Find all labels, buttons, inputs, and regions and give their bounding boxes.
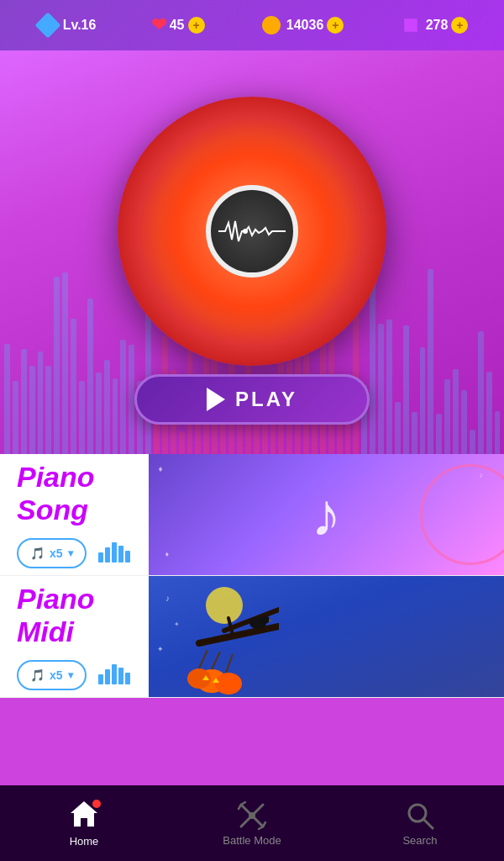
- svg-point-0: [243, 229, 248, 234]
- diamond-blue-icon: [36, 13, 60, 37]
- arc-decoration: [420, 464, 504, 565]
- piano-midi-chart-icon[interactable]: [98, 661, 132, 690]
- bottom-navigation: Home Battle Mode Search: [0, 785, 504, 861]
- svg-rect-8: [112, 664, 117, 684]
- svg-rect-5: [125, 551, 130, 563]
- nav-home-label: Home: [70, 835, 99, 848]
- note-dot-3: ♦: [165, 550, 170, 558]
- play-label: PLAY: [235, 388, 297, 411]
- piano-midi-image: ♪ ✦ ✦: [149, 576, 504, 697]
- main-area: PLAY: [0, 50, 504, 454]
- piano-song-controls: 🎵 x5 ▾: [17, 538, 132, 568]
- piano-song-title: Piano Song: [17, 461, 132, 526]
- play-triangle-icon: [207, 388, 225, 411]
- svg-line-36: [259, 827, 263, 829]
- svg-point-20: [215, 673, 242, 695]
- piano-midi-controls: 🎵 x5 ▾: [17, 660, 132, 690]
- gems-value: 278: [426, 18, 449, 33]
- coin-icon: [260, 13, 283, 37]
- svg-point-32: [249, 812, 255, 819]
- piano-midi-info: Piano Midi 🎵 x5 ▾: [0, 576, 149, 697]
- play-button[interactable]: PLAY: [134, 374, 370, 425]
- coins-stat: 14036 +: [260, 13, 344, 37]
- gems-stat: 278 +: [399, 13, 469, 37]
- svg-line-25: [226, 654, 233, 673]
- heart-icon: ❤: [151, 14, 166, 36]
- piano-song-ticket-button[interactable]: 🎵 x5 ▾: [17, 538, 87, 568]
- midi-chevron-down-icon: ▾: [68, 669, 73, 681]
- hearts-value: 45: [170, 18, 185, 33]
- piano-song-ticket-count: x5: [50, 547, 63, 560]
- svg-rect-1: [98, 552, 103, 563]
- midi-ticket-note-icon: 🎵: [30, 668, 45, 682]
- svg-text:♪: ♪: [165, 594, 170, 603]
- music-note-large-icon: ♪: [311, 480, 341, 549]
- piano-song-info: Piano Song 🎵 x5 ▾: [0, 454, 149, 575]
- top-bar: Lv.16 ❤ 45 + 14036 + 278 +: [0, 0, 504, 50]
- svg-text:✦: ✦: [157, 645, 164, 653]
- gems-plus-button[interactable]: +: [451, 17, 468, 34]
- svg-marker-17: [269, 619, 273, 622]
- battle-icon: [237, 800, 267, 831]
- chevron-down-icon: ▾: [68, 547, 73, 559]
- piano-midi-ticket-button[interactable]: 🎵 x5 ▾: [17, 660, 87, 690]
- note-dot-2: ♪: [480, 471, 484, 479]
- svg-line-24: [199, 650, 207, 668]
- home-icon-wrapper: [69, 800, 99, 832]
- halloween-scene-svg: ♪ ✦ ✦: [149, 576, 279, 697]
- coins-plus-button[interactable]: +: [327, 17, 344, 34]
- nav-search-label: Search: [402, 834, 437, 847]
- piano-song-chart-icon[interactable]: [98, 539, 132, 568]
- hearts-stat: ❤ 45 +: [151, 14, 205, 36]
- piano-midi-card[interactable]: Piano Midi 🎵 x5 ▾: [0, 576, 504, 698]
- svg-line-12: [199, 626, 279, 643]
- hearts-plus-button[interactable]: +: [188, 17, 205, 34]
- piano-midi-ticket-count: x5: [50, 668, 63, 682]
- svg-line-34: [239, 805, 241, 809]
- svg-rect-7: [105, 669, 110, 684]
- search-icon: [405, 800, 435, 831]
- nav-battle-label: Battle Mode: [223, 834, 281, 847]
- svg-rect-2: [105, 547, 110, 563]
- notification-dot: [92, 800, 101, 808]
- coins-value: 14036: [286, 18, 324, 33]
- vinyl-center: [206, 185, 298, 277]
- song-cards-area: Piano Song 🎵 x5 ▾: [0, 454, 504, 698]
- nav-home[interactable]: Home: [0, 800, 168, 848]
- svg-rect-9: [118, 668, 123, 684]
- note-dot-1: ♦: [159, 464, 163, 473]
- ticket-note-icon: 🎵: [30, 547, 45, 560]
- play-button-wrapper: PLAY: [134, 374, 370, 425]
- level-value: Lv.16: [63, 18, 97, 33]
- level-stat: Lv.16: [36, 13, 97, 37]
- piano-song-card[interactable]: Piano Song 🎵 x5 ▾: [0, 454, 504, 576]
- vinyl-disc: [118, 97, 386, 366]
- gem-icon: [399, 13, 423, 37]
- svg-line-23: [212, 652, 220, 669]
- svg-rect-6: [98, 674, 103, 684]
- waveform-svg: [218, 214, 286, 248]
- svg-rect-3: [112, 542, 117, 563]
- piano-song-image: ♦ ♪ ♦ ♪: [149, 454, 504, 575]
- svg-line-38: [423, 819, 433, 828]
- nav-search[interactable]: Search: [336, 800, 504, 847]
- svg-point-16: [260, 615, 270, 624]
- svg-text:✦: ✦: [174, 621, 180, 628]
- nav-battle[interactable]: Battle Mode: [168, 800, 336, 847]
- svg-point-11: [206, 587, 243, 624]
- vinyl-record: [118, 97, 386, 366]
- svg-rect-10: [125, 673, 130, 684]
- svg-rect-4: [118, 546, 123, 563]
- piano-midi-title: Piano Midi: [17, 583, 132, 648]
